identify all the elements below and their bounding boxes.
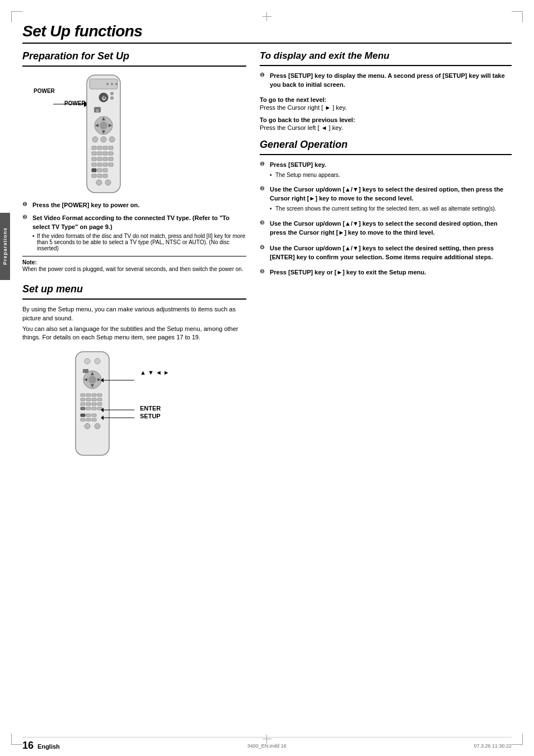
svg-point-6 — [115, 83, 118, 85]
svg-rect-39 — [97, 169, 102, 172]
svg-rect-76 — [86, 418, 91, 421]
svg-rect-38 — [92, 169, 96, 172]
svg-rect-56 — [81, 394, 85, 396]
nav-arrows-label: ▲ ▼ ◄ ► — [140, 369, 170, 376]
remote-small-container: ▲ ▼ ◄ ► ENTER SETUP — [22, 349, 246, 461]
page-number: 16 — [22, 740, 34, 751]
svg-rect-41 — [92, 174, 96, 178]
gstep2: ❷ Use the Cursor up/down [▲/▼] keys to s… — [260, 185, 512, 212]
setup-menu-para2: You can also set a language for the subt… — [22, 325, 246, 342]
remote-image-container: POWER POWER — [34, 72, 246, 195]
prep-step1: ❶ Press the [POWER] key to power on. — [22, 201, 246, 209]
corner-mark-tl — [11, 11, 22, 22]
display-step1: ❶ Press [SETUP] key to display the menu.… — [260, 72, 512, 90]
svg-rect-24 — [103, 146, 107, 150]
section-preparation-rule — [22, 66, 246, 67]
svg-point-20 — [101, 137, 106, 142]
svg-point-10 — [110, 96, 114, 100]
cross-mark-top — [263, 12, 271, 21]
svg-rect-29 — [109, 152, 113, 155]
svg-point-21 — [109, 137, 115, 142]
section-display-menu-title: To display and exit the Menu — [260, 50, 512, 62]
sidebar-tab: Preparations — [0, 213, 10, 280]
right-column: To display and exit the Menu ❶ Press [SE… — [260, 50, 512, 461]
remote-control-svg: ⏻ II — [73, 72, 134, 195]
section-setup-menu-rule — [22, 298, 246, 300]
svg-rect-33 — [109, 157, 113, 161]
svg-rect-70 — [92, 407, 96, 410]
prep-step2: ❷ Set Video Format according to the conn… — [22, 214, 246, 251]
gstep1: ❶ Press [SETUP] key. The Setup menu appe… — [260, 161, 512, 179]
svg-rect-32 — [103, 157, 107, 161]
footer-date-info: 07.3.26 11:30:22 — [474, 743, 512, 749]
svg-rect-64 — [81, 403, 85, 405]
svg-point-9 — [110, 92, 114, 95]
svg-marker-81 — [101, 378, 104, 382]
gstep4: ❹ Use the Cursor up/down [▲/▼] keys to s… — [260, 244, 512, 262]
svg-rect-74 — [92, 414, 96, 417]
svg-rect-66 — [92, 403, 96, 405]
svg-point-45 — [105, 180, 111, 185]
gstep5: ❺ Press [SETUP] key or [►] key to exit t… — [260, 268, 512, 277]
svg-rect-68 — [81, 407, 85, 410]
svg-point-5 — [111, 83, 113, 85]
power-label-outer: POWER — [34, 88, 55, 94]
svg-rect-67 — [97, 403, 102, 405]
svg-marker-83 — [101, 408, 104, 412]
sub-next-level-text: Press the Cursor right [ ► ] key. — [260, 104, 512, 111]
svg-rect-77 — [92, 418, 96, 421]
svg-rect-28 — [103, 152, 107, 155]
svg-rect-36 — [103, 163, 107, 166]
svg-point-14 — [100, 122, 107, 129]
svg-point-47 — [85, 358, 90, 364]
svg-point-4 — [106, 83, 109, 85]
svg-rect-30 — [92, 157, 96, 161]
page-content: Set Up functions Preparation for Set Up … — [22, 22, 512, 734]
corner-mark-tr — [512, 11, 523, 22]
svg-point-48 — [95, 358, 100, 364]
remote-small-svg — [67, 349, 118, 458]
svg-rect-61 — [86, 398, 91, 401]
two-column-layout: Preparation for Set Up POWER POWER — [22, 50, 512, 461]
svg-rect-42 — [97, 174, 102, 178]
svg-rect-63 — [97, 398, 102, 401]
sidebar-label: Preparations — [2, 227, 8, 265]
left-column: Preparation for Set Up POWER POWER — [22, 50, 246, 461]
svg-rect-55 — [83, 369, 88, 373]
svg-rect-34 — [92, 163, 96, 166]
svg-rect-31 — [97, 157, 102, 161]
svg-rect-37 — [109, 163, 113, 166]
section-general-op-title: General Operation — [260, 139, 512, 151]
section-preparation-title: Preparation for Set Up — [22, 50, 246, 62]
corner-mark-bl — [11, 734, 22, 745]
sub-next-level-title: To go to the next level: — [260, 96, 512, 103]
svg-text:II: II — [96, 108, 99, 113]
svg-rect-43 — [103, 174, 107, 178]
gstep3: ❸ Use the Cursor up/down [▲/▼] keys to s… — [260, 220, 512, 237]
nav-arrow-line — [101, 376, 146, 385]
svg-rect-62 — [92, 398, 96, 401]
svg-rect-26 — [92, 152, 96, 155]
setup-menu-section: Set up menu By using the Setup menu, you… — [22, 283, 246, 461]
svg-rect-23 — [97, 146, 102, 150]
footer-language: English — [38, 743, 60, 750]
svg-rect-27 — [97, 152, 102, 155]
section-setup-menu-title: Set up menu — [22, 283, 246, 295]
svg-rect-65 — [86, 403, 91, 405]
svg-rect-57 — [86, 394, 91, 396]
svg-rect-35 — [97, 163, 102, 166]
section-display-rule — [260, 65, 512, 66]
svg-point-19 — [92, 137, 98, 142]
svg-text:⏻: ⏻ — [101, 96, 106, 101]
svg-marker-85 — [101, 416, 104, 420]
svg-point-50 — [88, 376, 96, 384]
sub-prev-level-text: Press the Cursor left [ ◄ ] key. — [260, 124, 512, 131]
svg-point-79 — [95, 423, 100, 429]
page-title: Set Up functions — [22, 22, 512, 40]
note-box: Note: When the power cord is plugged, wa… — [22, 256, 246, 273]
title-rule — [22, 43, 512, 44]
sub-prev-level-title: To go back to the previous level: — [260, 116, 512, 123]
svg-point-44 — [96, 180, 102, 185]
footer-file-info: 3400_EN.indd 16 — [247, 743, 287, 749]
svg-rect-75 — [81, 418, 85, 421]
